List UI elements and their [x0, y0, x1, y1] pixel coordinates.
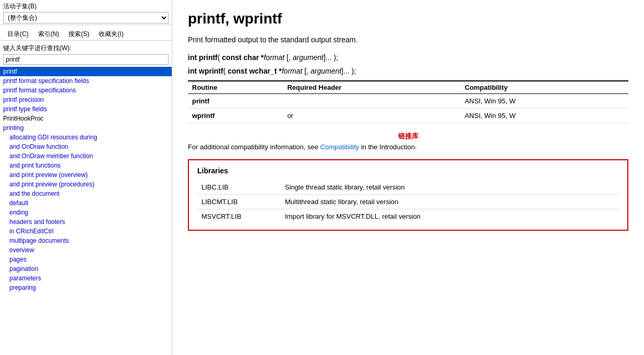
cell-compat: ANSI, Win 95, W	[460, 94, 628, 109]
active-subset-select[interactable]: (整个集合)	[3, 12, 169, 23]
table-row: printf ANSI, Win 95, W	[188, 94, 628, 109]
list-item[interactable]: in CRichEditCtrl	[0, 227, 172, 236]
list-item[interactable]: and print preview (procedures)	[0, 180, 172, 189]
compat-note: For additional compatibility information…	[188, 143, 628, 151]
list-item[interactable]: and OnDraw function	[0, 142, 172, 151]
list-item[interactable]: overview	[0, 245, 172, 255]
list-item[interactable]: printing	[0, 123, 172, 133]
lib-name: MSVCRT.LIB	[197, 209, 281, 224]
kw-int-wprintf: int	[188, 67, 197, 75]
lib-table-row: MSVCRT.LIB Import library for MSVCRT.DLL…	[197, 209, 619, 224]
left-panel: 活动子集(B) (整个集合) 目录(C) 索引(N) 搜索(S) 收藏夹(I) …	[0, 0, 172, 355]
list-item[interactable]: and print preview (overview)	[0, 170, 172, 180]
link-lib-label: 链接库	[188, 132, 628, 141]
compat-note-text: For additional compatibility information…	[188, 143, 318, 151]
tab-contents[interactable]: 目录(C)	[3, 28, 33, 40]
list-item[interactable]: and OnDraw member function	[0, 151, 172, 161]
cell-header: or	[283, 109, 460, 123]
list-item[interactable]: preparing	[0, 283, 172, 292]
tab-index[interactable]: 索引(N)	[34, 28, 64, 40]
compat-table: Routine Required Header Compatibility pr…	[188, 80, 628, 123]
libraries-box: Libraries LIBC.LIB Single thread static …	[188, 159, 628, 231]
cell-compat: ANSI, Win 95, W	[460, 109, 628, 123]
tab-favorites[interactable]: 收藏夹(I)	[94, 28, 127, 40]
signature-printf: int printf( const char *format [, argume…	[188, 53, 628, 62]
compat-link[interactable]: Compatibility	[320, 143, 359, 151]
list-item[interactable]: parameters	[0, 274, 172, 283]
list-item[interactable]: headers and footers	[0, 217, 172, 227]
sig-name-wprintf: wprintf(	[199, 67, 225, 75]
list-container: printfprintf format specification fields…	[0, 67, 172, 355]
list-item[interactable]: default	[0, 198, 172, 208]
lib-table: LIBC.LIB Single thread static library, r…	[197, 180, 619, 223]
list-item[interactable]: pagination	[0, 264, 172, 274]
cell-header	[283, 94, 460, 109]
lib-table-row: LIBC.LIB Single thread static library, r…	[197, 180, 619, 195]
description: Print formatted output to the standard o…	[188, 36, 628, 44]
table-row: wprintf or ANSI, Win 95, W	[188, 109, 628, 123]
tab-search[interactable]: 搜索(S)	[64, 28, 93, 40]
list-item[interactable]: printf precision	[0, 95, 172, 104]
col-compat: Compatibility	[460, 81, 628, 94]
list-item[interactable]: multipage documents	[0, 236, 172, 245]
lib-desc: Multithread static library, retail versi…	[281, 195, 619, 209]
lib-name: LIBC.LIB	[197, 180, 281, 195]
sig-rest-wprintf: [, argument]... );	[304, 67, 356, 75]
col-routine: Routine	[188, 81, 283, 94]
sig-name-printf: printf(	[199, 53, 220, 62]
sig-param-format-printf: format	[264, 53, 284, 62]
lib-desc: Single thread static library, retail ver…	[281, 180, 619, 195]
lib-desc: Import library for MSVCRT.DLL, retail ve…	[281, 209, 619, 224]
list-item[interactable]: PrintHookProc	[0, 114, 172, 123]
search-bar: 键入关键字进行查找(W):	[0, 41, 172, 67]
search-input[interactable]	[3, 54, 169, 65]
libraries-title: Libraries	[197, 167, 619, 175]
cell-routine: printf	[188, 94, 283, 109]
list-item[interactable]: and the document	[0, 189, 172, 198]
cell-routine: wprintf	[188, 109, 283, 123]
list-item[interactable]: and print functions	[0, 161, 172, 170]
list-item[interactable]: allocating GDI resources during	[0, 133, 172, 142]
signature-wprintf: int wprintf( const wchar_t *format [, ar…	[188, 67, 628, 75]
right-panel: printf, wprintf Print formatted output t…	[172, 0, 644, 355]
col-header: Required Header	[283, 81, 460, 94]
list-item[interactable]: pages	[0, 255, 172, 264]
sig-const-wprintf: const wchar_t *	[228, 67, 281, 75]
list-item[interactable]: printf type fields	[0, 104, 172, 114]
sig-const-printf: const char *	[222, 53, 264, 62]
sig-param-format-wprintf: format	[282, 67, 303, 75]
sig-rest-printf: [, argument]... );	[287, 53, 338, 62]
nav-tabs: 目录(C) 索引(N) 搜索(S) 收藏夹(I)	[0, 25, 172, 41]
active-subset-bar: 活动子集(B) (整个集合)	[0, 0, 172, 25]
list-item[interactable]: printf	[0, 67, 172, 76]
search-label: 键入关键字进行查找(W):	[3, 44, 169, 53]
compat-note-suffix: in the Introduction.	[361, 143, 417, 151]
list-item[interactable]: printf format specifications	[0, 86, 172, 95]
active-subset-label: 活动子集(B)	[3, 2, 169, 11]
list-item[interactable]: printf format specification fields	[0, 76, 172, 86]
lib-name: LIBCMT.LIB	[197, 195, 281, 209]
kw-int-printf: int	[188, 53, 197, 62]
page-title: printf, wprintf	[188, 10, 628, 27]
lib-table-row: LIBCMT.LIB Multithread static library, r…	[197, 195, 619, 209]
list-item[interactable]: ending	[0, 208, 172, 217]
